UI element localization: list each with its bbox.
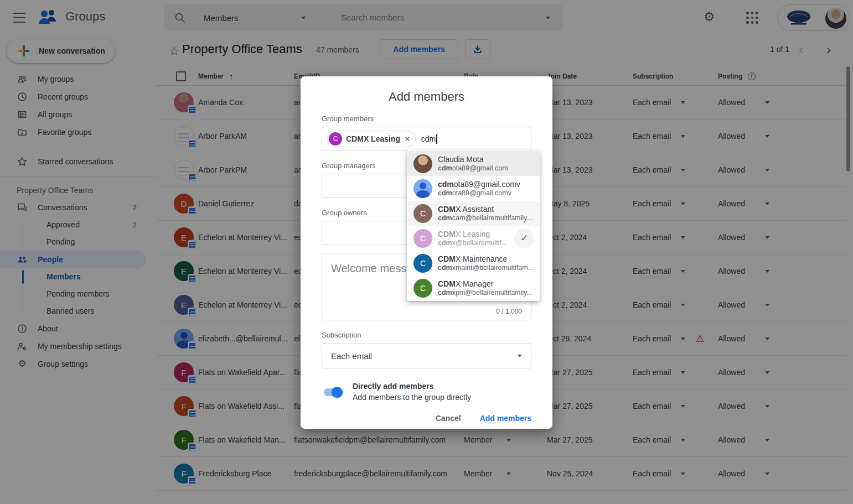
google-groups-app: Groups Members Search members ⚙ New (0, 0, 853, 504)
suggestion-item[interactable]: Claudia Mota cdmota89@gmail.com (407, 151, 540, 176)
suggestion-avatar (413, 154, 432, 173)
suggestion-avatar: C (413, 279, 432, 298)
check-icon: ✓ (514, 228, 534, 248)
member-chip[interactable]: C CDMX Leasing ✕ (327, 131, 416, 147)
chip-avatar: C (329, 132, 342, 146)
cancel-button[interactable]: Cancel (436, 414, 461, 423)
text-cursor (436, 134, 437, 144)
suggestion-avatar: C (413, 229, 432, 248)
suggestion-avatar (413, 179, 432, 198)
suggestion-item[interactable]: cdmota89@gmail.comv cdmota89@gmail.comv (407, 176, 540, 201)
chip-label: CDMX Leasing (346, 134, 400, 143)
toggle-title: Directly add members (353, 382, 471, 391)
suggestion-item[interactable]: C CDMX Assistant cdmcam@bellairemultifam… (407, 201, 540, 226)
suggestion-item-selected[interactable]: C CDMX Leasing cdmx@bellairemultif... ✓ (407, 226, 540, 251)
chevron-down-icon (518, 355, 522, 357)
close-icon[interactable]: ✕ (404, 134, 411, 143)
dialog-title: Add members (322, 76, 531, 104)
suggestion-item[interactable]: C CDMX Manager cdmxpm@bellairemultifamil… (407, 276, 540, 300)
toggle-subtitle: Add members to the group directly (353, 393, 471, 402)
subscription-label: Subscription (322, 331, 531, 339)
group-members-label: Group members (322, 115, 531, 123)
group-members-input[interactable]: C CDMX Leasing ✕ cdm (322, 127, 531, 151)
subscription-select[interactable]: Each email (322, 343, 531, 368)
directly-add-toggle[interactable] (324, 388, 340, 396)
suggestion-avatar: C (413, 204, 432, 223)
suggestion-item[interactable]: C CDMX Maintenance cdmxmaint@bellairemul… (407, 251, 540, 276)
typed-query: cdm (421, 134, 436, 143)
submit-add-members-button[interactable]: Add members (480, 414, 531, 423)
autocomplete-dropdown: Claudia Mota cdmota89@gmail.com cdmota89… (407, 150, 540, 301)
add-members-dialog: Add members Group members C CDMX Leasing… (301, 76, 552, 429)
suggestion-avatar: C (413, 254, 432, 273)
char-counter: 0 / 1,000 (496, 308, 522, 315)
